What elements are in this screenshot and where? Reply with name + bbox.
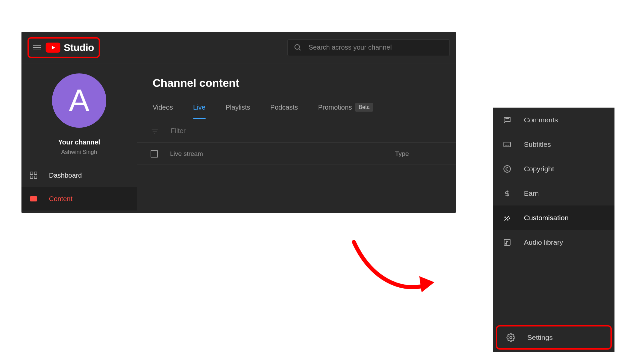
svg-rect-6 bbox=[34, 176, 37, 179]
tab-podcasts[interactable]: Podcasts bbox=[270, 98, 298, 119]
sidebar-item-label: Settings bbox=[527, 334, 553, 342]
top-bar: Studio bbox=[21, 32, 456, 63]
svg-line-2 bbox=[299, 49, 301, 50]
svg-point-1 bbox=[295, 45, 300, 49]
search-input[interactable] bbox=[309, 44, 443, 51]
sidebar-item-copyright[interactable]: Copyright bbox=[493, 157, 614, 181]
svg-rect-3 bbox=[30, 172, 33, 175]
select-all-checkbox[interactable] bbox=[151, 150, 158, 158]
filter-row bbox=[137, 119, 456, 143]
column-type: Type bbox=[395, 150, 409, 158]
sidebar-item-settings[interactable]: Settings bbox=[496, 325, 612, 350]
svg-rect-21 bbox=[504, 239, 510, 245]
svg-rect-14 bbox=[504, 142, 511, 147]
svg-point-18 bbox=[505, 217, 505, 218]
dashboard-icon bbox=[29, 171, 38, 179]
studio-window: Studio A Your channel Ashwini Singh bbox=[21, 32, 456, 213]
sidebar-item-dashboard[interactable]: Dashboard bbox=[21, 164, 137, 187]
content-icon bbox=[29, 195, 38, 203]
sidebar-item-comments[interactable]: Comments bbox=[493, 108, 614, 132]
youtube-logo-icon[interactable] bbox=[46, 43, 60, 53]
sidebar-item-label: Subtitles bbox=[524, 140, 551, 148]
column-live-stream: Live stream bbox=[170, 150, 203, 158]
tab-promotions[interactable]: Promotions Beta bbox=[318, 98, 373, 119]
earn-icon bbox=[502, 189, 512, 197]
svg-rect-5 bbox=[30, 176, 33, 179]
comments-icon bbox=[502, 116, 512, 124]
your-channel-label: Your channel bbox=[58, 138, 100, 146]
sidebar-item-content[interactable]: Content bbox=[21, 187, 137, 210]
tab-playlists[interactable]: Playlists bbox=[226, 98, 250, 119]
sidebar-item-subtitles[interactable]: Subtitles bbox=[493, 132, 614, 157]
sidebar-item-audio-library[interactable]: Audio library bbox=[493, 230, 614, 254]
subtitles-icon bbox=[502, 140, 512, 148]
annotation-arrow bbox=[351, 239, 438, 306]
page-title: Channel content bbox=[137, 63, 456, 98]
svg-point-20 bbox=[509, 218, 510, 219]
filter-input[interactable] bbox=[171, 127, 442, 135]
search-bar[interactable] bbox=[287, 39, 450, 56]
search-icon bbox=[294, 44, 302, 52]
beta-badge: Beta bbox=[355, 103, 373, 112]
gear-icon bbox=[506, 333, 515, 342]
svg-rect-4 bbox=[34, 172, 37, 175]
logo-highlight-box: Studio bbox=[28, 37, 100, 58]
channel-block: A Your channel Ashwini Singh bbox=[21, 63, 137, 164]
customisation-icon bbox=[502, 214, 512, 222]
spacer bbox=[493, 254, 614, 325]
svg-point-19 bbox=[507, 220, 508, 220]
sidebar-item-label: Comments bbox=[524, 116, 558, 124]
tabs: Videos Live Playlists Podcasts Promotion… bbox=[137, 98, 456, 119]
left-sidebar: A Your channel Ashwini Singh Dashboard bbox=[21, 63, 137, 213]
tab-live[interactable]: Live bbox=[193, 98, 206, 119]
sidebar-item-label: Copyright bbox=[524, 165, 554, 173]
svg-marker-24 bbox=[419, 276, 434, 292]
main-content: Channel content Videos Live Playlists Po… bbox=[137, 63, 456, 213]
tab-label: Promotions bbox=[318, 104, 352, 111]
table-header-row: Live stream Type bbox=[137, 143, 456, 165]
sidebar-item-customisation[interactable]: Customisation bbox=[493, 205, 614, 230]
studio-body: A Your channel Ashwini Singh Dashboard bbox=[21, 63, 456, 213]
audio-library-icon bbox=[502, 238, 512, 246]
sidebar-item-label: Content bbox=[49, 195, 72, 203]
channel-name: Ashwini Singh bbox=[61, 149, 97, 156]
svg-marker-0 bbox=[52, 46, 55, 50]
studio-wordmark: Studio bbox=[64, 42, 94, 53]
copyright-icon bbox=[502, 165, 512, 173]
svg-point-17 bbox=[504, 166, 511, 172]
sidebar-item-earn[interactable]: Earn bbox=[493, 181, 614, 205]
sidebar-snippet: Comments Subtitles Copyright Earn bbox=[493, 108, 614, 352]
sidebar-item-label: Earn bbox=[524, 189, 539, 197]
svg-point-23 bbox=[510, 336, 512, 339]
sidebar-item-label: Customisation bbox=[524, 214, 569, 222]
sidebar-item-label: Dashboard bbox=[49, 172, 82, 179]
filter-icon[interactable] bbox=[151, 127, 159, 135]
avatar[interactable]: A bbox=[52, 73, 106, 128]
sidebar-item-label: Audio library bbox=[524, 238, 563, 246]
tab-videos[interactable]: Videos bbox=[153, 98, 173, 119]
hamburger-icon[interactable] bbox=[32, 44, 42, 52]
